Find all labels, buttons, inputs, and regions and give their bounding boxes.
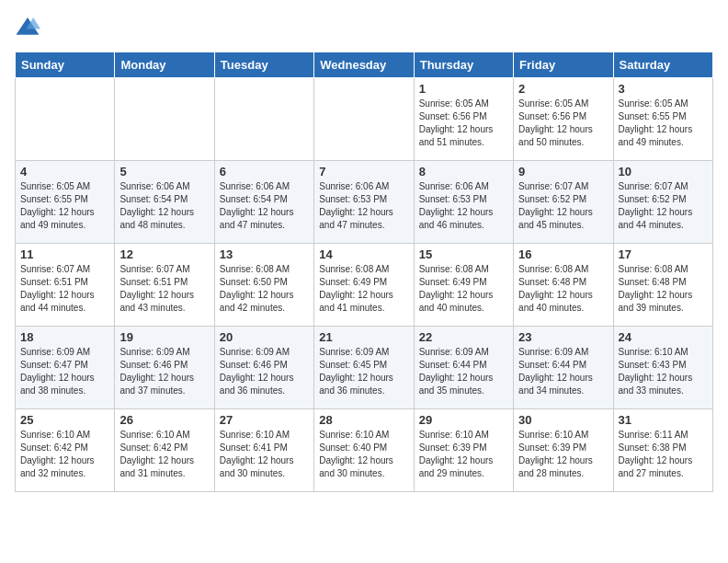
day-info: Sunrise: 6:05 AM Sunset: 6:55 PM Dayligh…: [619, 98, 708, 149]
day-number: 25: [20, 413, 109, 427]
calendar-cell: 30Sunrise: 6:10 AM Sunset: 6:39 PM Dayli…: [514, 409, 613, 492]
week-row-5: 25Sunrise: 6:10 AM Sunset: 6:42 PM Dayli…: [16, 409, 713, 492]
day-number: 21: [319, 330, 408, 344]
day-info: Sunrise: 6:08 AM Sunset: 6:49 PM Dayligh…: [419, 263, 508, 315]
day-number: 23: [518, 330, 608, 344]
day-info: Sunrise: 6:09 AM Sunset: 6:44 PM Dayligh…: [518, 346, 608, 397]
day-info: Sunrise: 6:07 AM Sunset: 6:51 PM Dayligh…: [20, 263, 109, 315]
day-info: Sunrise: 6:10 AM Sunset: 6:40 PM Dayligh…: [319, 429, 408, 480]
calendar-cell: [314, 78, 414, 161]
calendar-cell: 3Sunrise: 6:05 AM Sunset: 6:55 PM Daylig…: [613, 78, 712, 161]
calendar-cell: 7Sunrise: 6:06 AM Sunset: 6:53 PM Daylig…: [314, 161, 414, 244]
calendar-cell: 9Sunrise: 6:07 AM Sunset: 6:52 PM Daylig…: [514, 161, 613, 244]
day-info: Sunrise: 6:05 AM Sunset: 6:55 PM Dayligh…: [20, 180, 109, 232]
calendar-cell: 21Sunrise: 6:09 AM Sunset: 6:45 PM Dayli…: [314, 327, 414, 409]
calendar-cell: 1Sunrise: 6:05 AM Sunset: 6:56 PM Daylig…: [414, 78, 513, 161]
week-row-2: 4Sunrise: 6:05 AM Sunset: 6:55 PM Daylig…: [16, 161, 713, 244]
weekday-header-tuesday: Tuesday: [214, 52, 313, 78]
calendar-cell: 19Sunrise: 6:09 AM Sunset: 6:46 PM Dayli…: [115, 327, 214, 409]
calendar-cell: 5Sunrise: 6:06 AM Sunset: 6:54 PM Daylig…: [115, 161, 214, 244]
calendar-cell: 14Sunrise: 6:08 AM Sunset: 6:49 PM Dayli…: [314, 244, 414, 327]
weekday-header-thursday: Thursday: [414, 52, 513, 78]
calendar-cell: 2Sunrise: 6:05 AM Sunset: 6:56 PM Daylig…: [514, 78, 613, 161]
week-row-4: 18Sunrise: 6:09 AM Sunset: 6:47 PM Dayli…: [16, 327, 713, 409]
header: [15, 15, 713, 40]
day-info: Sunrise: 6:08 AM Sunset: 6:50 PM Dayligh…: [220, 263, 309, 315]
day-number: 24: [619, 330, 708, 344]
day-number: 14: [319, 247, 408, 261]
calendar-cell: 16Sunrise: 6:08 AM Sunset: 6:48 PM Dayli…: [514, 244, 613, 327]
day-number: 2: [518, 82, 608, 96]
day-info: Sunrise: 6:08 AM Sunset: 6:49 PM Dayligh…: [319, 263, 408, 315]
day-number: 19: [119, 330, 209, 344]
calendar-cell: 6Sunrise: 6:06 AM Sunset: 6:54 PM Daylig…: [214, 161, 313, 244]
calendar-cell: 4Sunrise: 6:05 AM Sunset: 6:55 PM Daylig…: [16, 161, 115, 244]
calendar-cell: 25Sunrise: 6:10 AM Sunset: 6:42 PM Dayli…: [16, 409, 115, 492]
calendar-cell: 23Sunrise: 6:09 AM Sunset: 6:44 PM Dayli…: [514, 327, 613, 409]
calendar-cell: 18Sunrise: 6:09 AM Sunset: 6:47 PM Dayli…: [16, 327, 115, 409]
day-info: Sunrise: 6:09 AM Sunset: 6:47 PM Dayligh…: [20, 346, 109, 397]
day-number: 5: [119, 165, 209, 178]
day-info: Sunrise: 6:09 AM Sunset: 6:46 PM Dayligh…: [220, 346, 309, 397]
day-number: 16: [518, 247, 608, 261]
calendar-cell: 12Sunrise: 6:07 AM Sunset: 6:51 PM Dayli…: [115, 244, 214, 327]
day-number: 9: [518, 165, 608, 178]
day-info: Sunrise: 6:07 AM Sunset: 6:52 PM Dayligh…: [518, 180, 608, 232]
day-info: Sunrise: 6:10 AM Sunset: 6:42 PM Dayligh…: [20, 429, 109, 480]
day-number: 4: [20, 165, 109, 178]
day-number: 17: [619, 247, 708, 261]
day-number: 1: [419, 82, 508, 96]
day-number: 20: [220, 330, 309, 344]
day-number: 27: [220, 413, 309, 427]
day-number: 11: [20, 247, 109, 261]
calendar-cell: [115, 78, 214, 161]
calendar-cell: 31Sunrise: 6:11 AM Sunset: 6:38 PM Dayli…: [613, 409, 712, 492]
calendar-cell: [214, 78, 313, 161]
calendar-cell: 17Sunrise: 6:08 AM Sunset: 6:48 PM Dayli…: [613, 244, 712, 327]
day-number: 26: [119, 413, 209, 427]
day-info: Sunrise: 6:11 AM Sunset: 6:38 PM Dayligh…: [619, 429, 708, 480]
day-number: 7: [319, 165, 408, 178]
day-info: Sunrise: 6:08 AM Sunset: 6:48 PM Dayligh…: [619, 263, 708, 315]
day-info: Sunrise: 6:06 AM Sunset: 6:54 PM Dayligh…: [220, 180, 309, 232]
logo: [15, 15, 44, 40]
day-info: Sunrise: 6:09 AM Sunset: 6:46 PM Dayligh…: [119, 346, 209, 397]
calendar-cell: 11Sunrise: 6:07 AM Sunset: 6:51 PM Dayli…: [16, 244, 115, 327]
day-number: 10: [619, 165, 708, 178]
day-info: Sunrise: 6:05 AM Sunset: 6:56 PM Dayligh…: [518, 98, 608, 149]
day-number: 6: [220, 165, 309, 178]
day-info: Sunrise: 6:06 AM Sunset: 6:54 PM Dayligh…: [119, 180, 209, 232]
day-info: Sunrise: 6:10 AM Sunset: 6:43 PM Dayligh…: [619, 346, 708, 397]
calendar-table: SundayMondayTuesdayWednesdayThursdayFrid…: [15, 52, 713, 492]
logo-icon: [15, 15, 40, 40]
calendar-cell: 8Sunrise: 6:06 AM Sunset: 6:53 PM Daylig…: [414, 161, 513, 244]
day-number: 13: [220, 247, 309, 261]
day-info: Sunrise: 6:10 AM Sunset: 6:41 PM Dayligh…: [220, 429, 309, 480]
calendar-cell: 20Sunrise: 6:09 AM Sunset: 6:46 PM Dayli…: [214, 327, 313, 409]
day-number: 30: [518, 413, 608, 427]
calendar-cell: 15Sunrise: 6:08 AM Sunset: 6:49 PM Dayli…: [414, 244, 513, 327]
calendar-cell: 10Sunrise: 6:07 AM Sunset: 6:52 PM Dayli…: [613, 161, 712, 244]
day-number: 22: [419, 330, 508, 344]
day-info: Sunrise: 6:10 AM Sunset: 6:39 PM Dayligh…: [518, 429, 608, 480]
day-number: 28: [319, 413, 408, 427]
day-info: Sunrise: 6:06 AM Sunset: 6:53 PM Dayligh…: [419, 180, 508, 232]
calendar-cell: 28Sunrise: 6:10 AM Sunset: 6:40 PM Dayli…: [314, 409, 414, 492]
calendar-cell: 27Sunrise: 6:10 AM Sunset: 6:41 PM Dayli…: [214, 409, 313, 492]
day-info: Sunrise: 6:10 AM Sunset: 6:42 PM Dayligh…: [119, 429, 209, 480]
weekday-header-wednesday: Wednesday: [314, 52, 414, 78]
calendar-cell: 26Sunrise: 6:10 AM Sunset: 6:42 PM Dayli…: [115, 409, 214, 492]
day-number: 12: [119, 247, 209, 261]
day-info: Sunrise: 6:10 AM Sunset: 6:39 PM Dayligh…: [419, 429, 508, 480]
day-info: Sunrise: 6:08 AM Sunset: 6:48 PM Dayligh…: [518, 263, 608, 315]
calendar-cell: [16, 78, 115, 161]
weekday-header-sunday: Sunday: [16, 52, 115, 78]
day-info: Sunrise: 6:05 AM Sunset: 6:56 PM Dayligh…: [419, 98, 508, 149]
day-info: Sunrise: 6:09 AM Sunset: 6:44 PM Dayligh…: [419, 346, 508, 397]
week-row-1: 1Sunrise: 6:05 AM Sunset: 6:56 PM Daylig…: [16, 78, 713, 161]
day-number: 15: [419, 247, 508, 261]
calendar-cell: 22Sunrise: 6:09 AM Sunset: 6:44 PM Dayli…: [414, 327, 513, 409]
day-number: 3: [619, 82, 708, 96]
calendar-cell: 29Sunrise: 6:10 AM Sunset: 6:39 PM Dayli…: [414, 409, 513, 492]
day-info: Sunrise: 6:09 AM Sunset: 6:45 PM Dayligh…: [319, 346, 408, 397]
